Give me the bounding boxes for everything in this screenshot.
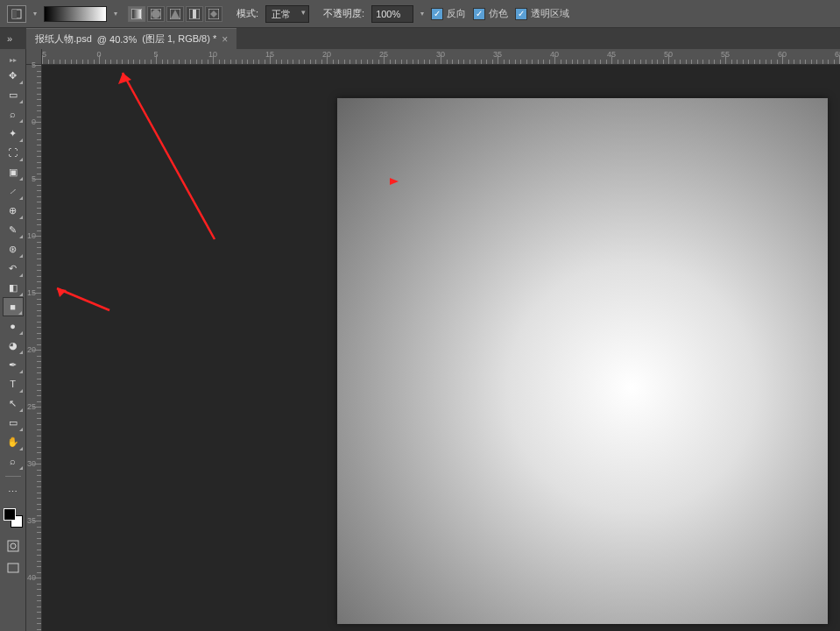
ruler-vertical[interactable]: 50510152025303540	[26, 65, 42, 631]
quickmask-button[interactable]	[3, 536, 24, 556]
options-bar: ▾ ▾ 模式: 正常 不透明度: ▾ ✓ 反向 ✓ 仿色 ✓ 透明区域	[0, 0, 840, 28]
path-select-tool[interactable]: ↖	[3, 393, 24, 413]
toolbar-divider	[5, 476, 21, 477]
color-swatches[interactable]	[4, 508, 23, 528]
magic-wand-tool[interactable]: ✦	[3, 124, 24, 143]
dither-checkbox[interactable]: ✓	[473, 8, 485, 20]
main-area: ▸▸ ✥▭⌕✦⛶▣⟋⊕✎⊛↶◧■●◕✒T↖▭✋⌕ ⋯ 3505101520253…	[0, 49, 840, 631]
brush-tool[interactable]: ✎	[3, 220, 24, 239]
foreground-color-swatch[interactable]	[4, 508, 16, 521]
gradient-tool[interactable]: ■	[3, 297, 24, 316]
gradient-linear-button[interactable]	[128, 6, 145, 22]
move-tool[interactable]: ✥	[3, 66, 24, 85]
reverse-label: 反向	[447, 7, 466, 20]
annotation-arrow-1	[101, 68, 223, 244]
extra-tool-button[interactable]: ⋯	[3, 482, 24, 501]
svg-rect-8	[193, 10, 196, 18]
mode-select[interactable]: 正常	[265, 5, 309, 23]
svg-rect-10	[8, 541, 18, 551]
close-tab-icon[interactable]: ×	[222, 33, 228, 46]
artboard[interactable]	[337, 98, 828, 624]
document-tab[interactable]: 报纸人物.psd @ 40.3% (图层 1, RGB/8) * ×	[26, 28, 236, 49]
gradient-preview[interactable]	[44, 6, 107, 22]
dodge-tool[interactable]: ◕	[3, 336, 24, 355]
lasso-tool[interactable]: ⌕	[3, 104, 24, 124]
gradient-radial-button[interactable]	[147, 6, 165, 22]
opacity-input[interactable]	[371, 5, 413, 23]
gradient-picker-dropdown[interactable]: ▾	[114, 10, 117, 18]
svg-point-5	[152, 10, 160, 18]
ruler-horizontal[interactable]: 3505101520253035404550556065	[42, 49, 840, 65]
tab-overflow-icon[interactable]: »	[7, 33, 12, 44]
eraser-tool[interactable]: ◧	[3, 278, 24, 297]
svg-marker-14	[57, 288, 67, 297]
blur-tool[interactable]: ●	[3, 316, 24, 336]
opacity-dropdown[interactable]: ▾	[420, 10, 424, 18]
document-filename: 报纸人物.psd	[35, 32, 92, 46]
pen-tool[interactable]: ✒	[3, 355, 24, 374]
toolbar-expand-icon[interactable]: ▸▸	[10, 56, 17, 64]
gradient-diamond-button[interactable]	[205, 6, 222, 22]
document-tab-bar: » 报纸人物.psd @ 40.3% (图层 1, RGB/8) * ×	[0, 28, 840, 49]
crop-tool[interactable]: ⛶	[3, 143, 24, 162]
transparency-label: 透明区域	[531, 7, 569, 20]
svg-rect-3	[132, 10, 141, 18]
screenmode-button[interactable]	[3, 559, 24, 578]
document-zoom: @ 40.3%	[97, 34, 137, 45]
gradient-type-group	[128, 6, 222, 22]
zoom-tool[interactable]: ⌕	[3, 451, 24, 471]
opacity-label: 不透明度:	[323, 7, 364, 20]
svg-marker-13	[118, 73, 131, 84]
dither-label: 仿色	[489, 7, 508, 20]
transparency-checkbox-wrap[interactable]: ✓ 透明区域	[515, 7, 569, 20]
frame-tool[interactable]: ▣	[3, 162, 24, 181]
document-layer-info: (图层 1, RGB/8) *	[142, 32, 216, 46]
svg-point-11	[11, 543, 16, 549]
annotation-arrow-2	[53, 284, 114, 315]
gradient-angle-button[interactable]	[166, 6, 184, 22]
tool-preset-icon[interactable]	[7, 5, 26, 23]
transparency-checkbox[interactable]: ✓	[515, 8, 527, 20]
dither-checkbox-wrap[interactable]: ✓ 仿色	[473, 7, 508, 20]
shape-tool[interactable]: ▭	[3, 413, 24, 432]
reverse-checkbox-wrap[interactable]: ✓ 反向	[431, 7, 466, 20]
tool-preset-dropdown[interactable]: ▾	[33, 10, 37, 18]
mode-label: 模式:	[236, 7, 258, 20]
hand-tool[interactable]: ✋	[3, 432, 24, 451]
eyedropper-tool[interactable]: ⟋	[3, 181, 24, 201]
stamp-tool[interactable]: ⊛	[3, 239, 24, 259]
canvas-area[interactable]: 3505101520253035404550556065 50510152025…	[26, 49, 840, 631]
healing-tool[interactable]: ⊕	[3, 201, 24, 220]
toolbar: ▸▸ ✥▭⌕✦⛶▣⟋⊕✎⊛↶◧■●◕✒T↖▭✋⌕ ⋯	[0, 49, 26, 631]
type-tool[interactable]: T	[3, 374, 24, 393]
svg-rect-12	[8, 564, 18, 572]
marquee-tool[interactable]: ▭	[3, 85, 24, 104]
reverse-checkbox[interactable]: ✓	[431, 8, 443, 20]
gradient-reflected-button[interactable]	[186, 6, 203, 22]
svg-rect-1	[12, 10, 17, 18]
history-brush-tool[interactable]: ↶	[3, 259, 24, 278]
